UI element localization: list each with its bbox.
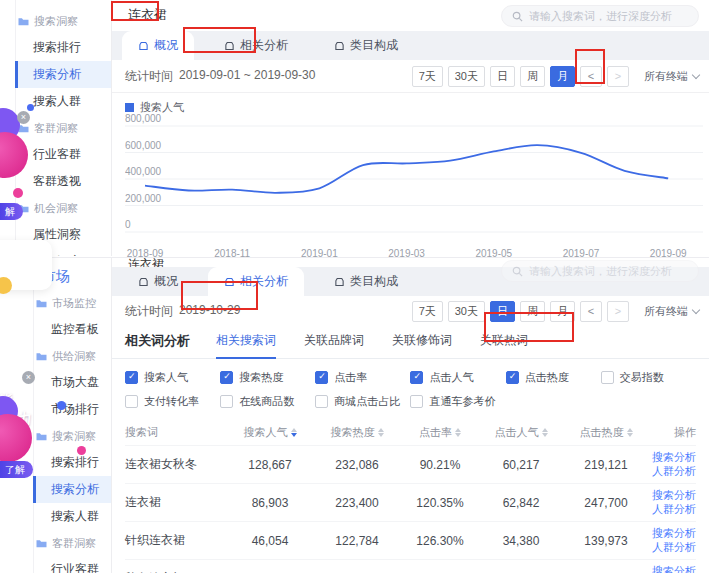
metric-checkbox[interactable]: 搜索人气 [125, 370, 220, 385]
range-button[interactable]: 7天 [412, 301, 443, 322]
action-link[interactable]: 搜索分析 [652, 451, 696, 464]
tab[interactable]: 类目构成 [318, 267, 414, 296]
sort-icon[interactable] [455, 428, 461, 437]
sidebar-group[interactable]: 机会洞察 [15, 195, 111, 221]
subtab[interactable]: 关联热词 [480, 332, 528, 359]
checkbox[interactable] [125, 395, 138, 408]
sort-icon[interactable] [542, 428, 548, 437]
close-icon[interactable]: × [22, 371, 35, 384]
stat-time-label: 统计时间 [125, 68, 173, 85]
action-link[interactable]: 人群分析 [652, 465, 696, 478]
folder-icon [18, 17, 29, 26]
column-header[interactable]: 搜索人气 [227, 425, 313, 440]
metric-checkbox[interactable]: 在线商品数 [220, 394, 315, 409]
next-button[interactable]: > [607, 66, 629, 87]
sort-icon[interactable] [627, 428, 633, 437]
column-header[interactable]: 点击率 [401, 425, 479, 440]
terminal-dropdown[interactable]: 所有终端 [644, 304, 699, 319]
range-button[interactable]: 7天 [412, 66, 443, 87]
column-header[interactable]: 点击人气 [479, 425, 563, 440]
sidebar-item-active[interactable]: 搜索分析 [33, 476, 111, 503]
subtab[interactable]: 关联修饰词 [392, 332, 452, 359]
checkbox-checked[interactable] [506, 371, 519, 384]
checkbox-checked[interactable] [410, 371, 423, 384]
range-button[interactable]: 30天 [448, 66, 485, 87]
folder-icon [36, 299, 47, 308]
tab[interactable]: 类目构成 [318, 31, 414, 60]
chart-legend[interactable]: 搜索人气 [125, 100, 709, 114]
legend-swatch [125, 103, 134, 112]
metric-checkbox[interactable]: 搜索热度 [220, 370, 315, 385]
promo-pill[interactable]: 了解 [0, 461, 33, 478]
metric-checkbox[interactable]: 支付转化率 [125, 394, 220, 409]
sidebar-item[interactable]: 监控看板 [33, 316, 111, 343]
action-cell: 搜索分析人群分析 [649, 565, 696, 573]
action-link[interactable]: 搜索分析 [652, 527, 696, 540]
action-link[interactable]: 搜索分析 [652, 565, 696, 573]
metric-checkbox[interactable]: 点击热度 [506, 370, 601, 385]
checkbox[interactable] [220, 395, 233, 408]
next-button[interactable]: > [607, 301, 629, 322]
value-cell: 139,973 [563, 534, 649, 548]
metric-checkbox[interactable]: 点击人气 [410, 370, 505, 385]
y-tick-label: 0 [125, 219, 131, 230]
sort-icon[interactable] [291, 428, 297, 437]
sidebar-item[interactable]: 搜索排行 [33, 449, 111, 476]
sidebar-item-active[interactable]: 搜索分析 [15, 61, 111, 88]
sidebar-item[interactable]: 行业客群 [33, 556, 111, 573]
search-input[interactable]: 请输入搜索词，进行深度分析 [501, 5, 699, 27]
metric-label: 点击人气 [429, 370, 473, 385]
sidebar-group[interactable]: 供给洞察 [33, 343, 111, 369]
sidebar-item[interactable]: 行业客群 [15, 141, 111, 168]
sidebar-item[interactable]: 搜索人群 [33, 503, 111, 530]
sort-icon[interactable] [378, 428, 384, 437]
tab[interactable]: 相关分析 [208, 267, 304, 296]
value-cell: 122,784 [313, 534, 401, 548]
sidebar-group[interactable]: 搜索洞察 [33, 423, 111, 449]
related-word-subtabs: 相关搜索词关联品牌词关联修饰词关联热词 [216, 332, 528, 358]
column-header[interactable]: 点击热度 [563, 425, 649, 440]
range-button[interactable]: 月 [550, 301, 575, 322]
action-link[interactable]: 人群分析 [652, 541, 696, 554]
range-button[interactable]: 月 [550, 66, 575, 87]
range-button[interactable]: 30天 [448, 301, 485, 322]
tab[interactable]: 概况 [122, 31, 194, 60]
sidebar-item[interactable]: 搜索排行 [15, 34, 111, 61]
prev-button[interactable]: < [580, 66, 602, 87]
sidebar-group[interactable]: 市场监控 [33, 290, 111, 316]
sidebar-item[interactable]: 客群透视 [15, 168, 111, 195]
subtab[interactable]: 关联品牌词 [304, 332, 364, 359]
checkbox-checked[interactable] [315, 371, 328, 384]
value-cell: 120.35% [401, 496, 479, 510]
sidebar-group[interactable]: 搜索洞察 [15, 8, 111, 34]
promo-pill[interactable]: 解 [0, 203, 23, 220]
tab[interactable]: 概况 [122, 267, 194, 296]
action-link[interactable]: 搜索分析 [652, 489, 696, 502]
terminal-dropdown[interactable]: 所有终端 [644, 69, 699, 84]
search-input-bottom[interactable]: 请输入搜索词，进行深度分析 [501, 260, 699, 282]
metric-checkbox[interactable]: 商城点击占比 [315, 394, 410, 409]
tab[interactable]: 相关分析 [208, 31, 304, 60]
metric-checkbox[interactable]: 直通车参考价 [410, 394, 505, 409]
sidebar-item[interactable]: 市场排行 [33, 396, 111, 423]
range-button[interactable]: 周 [520, 66, 545, 87]
checkbox[interactable] [315, 395, 328, 408]
metric-checkbox[interactable]: 交易指数 [601, 370, 696, 385]
range-button[interactable]: 周 [520, 301, 545, 322]
sidebar-group[interactable]: 客群洞察 [33, 530, 111, 556]
tab-label: 概况 [154, 37, 178, 54]
checkbox-checked[interactable] [220, 371, 233, 384]
action-link[interactable]: 人群分析 [652, 503, 696, 516]
range-button[interactable]: 日 [490, 301, 515, 322]
subtab[interactable]: 相关搜索词 [216, 332, 276, 359]
checkbox[interactable] [601, 371, 614, 384]
metric-checkbox[interactable]: 点击率 [315, 370, 410, 385]
checkbox-checked[interactable] [125, 371, 138, 384]
metric-label: 交易指数 [620, 370, 664, 385]
checkbox[interactable] [410, 395, 423, 408]
prev-button[interactable]: < [580, 301, 602, 322]
range-button[interactable]: 日 [490, 66, 515, 87]
close-icon[interactable]: × [17, 111, 30, 124]
column-header[interactable]: 搜索热度 [313, 425, 401, 440]
sidebar-item[interactable]: 市场大盘 [33, 369, 111, 396]
